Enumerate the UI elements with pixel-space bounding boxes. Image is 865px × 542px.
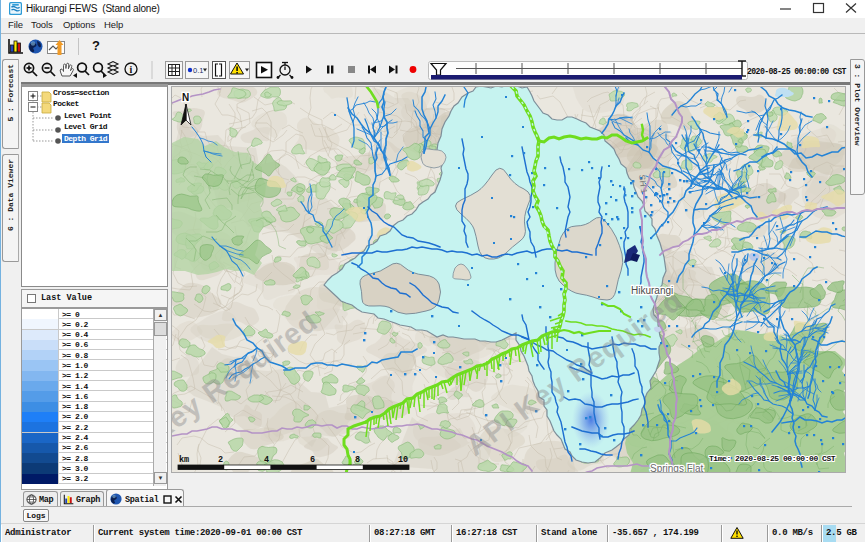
svg-text:0.1: 0.1 [193, 66, 203, 75]
svg-text:6: 6 [310, 455, 315, 465]
svg-text:10: 10 [398, 455, 408, 465]
svg-text:2: 2 [218, 455, 223, 465]
svg-text:N: N [182, 92, 189, 103]
svg-text:Time: 2020-08-25 00:00:00 CST: Time: 2020-08-25 00:00:00 CST [709, 454, 836, 463]
svg-text:2020-08-25 00:00:00 CST: 2020-08-25 00:00:00 CST [747, 67, 846, 76]
svg-text:8: 8 [355, 455, 360, 465]
svg-text:km: km [179, 455, 189, 465]
svg-text:Hikurangi: Hikurangi [631, 285, 673, 296]
svg-text:4: 4 [264, 455, 269, 465]
svg-text:Springs Flat: Springs Flat [650, 463, 704, 473]
svg-text:i: i [130, 64, 133, 75]
